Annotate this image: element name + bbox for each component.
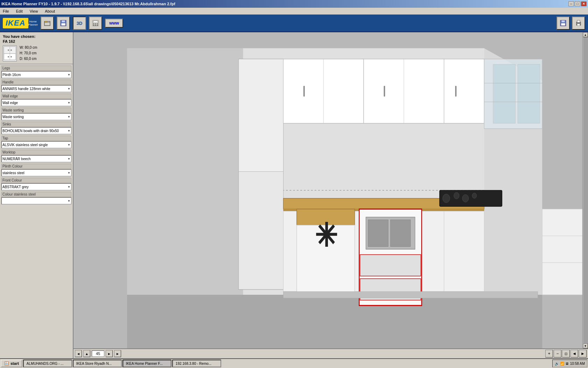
- taskbar-ikea-store[interactable]: IKEA Store Riyadh N...: [73, 360, 122, 367]
- worktop-select[interactable]: NUMERÄR beech▼: [1, 155, 71, 162]
- svg-rect-17: [577, 24, 580, 26]
- zoom-out-button[interactable]: −: [554, 350, 561, 357]
- svg-rect-71: [384, 86, 385, 97]
- pan-left-button[interactable]: ◄: [570, 350, 578, 357]
- save-right-button[interactable]: [556, 16, 570, 30]
- sinks-select[interactable]: BOHOLMEN bowls with drain 90x50▼: [1, 127, 71, 134]
- prev-view-button[interactable]: ◄: [75, 350, 82, 357]
- sinks-select-arrow: ▼: [68, 129, 70, 132]
- svg-point-6: [93, 23, 94, 25]
- svg-point-55: [462, 195, 469, 202]
- waste-sorting-select-arrow: ▼: [68, 115, 70, 118]
- worktop-select-arrow: ▼: [68, 157, 70, 161]
- front-colour-select-label: Front Colour: [1, 178, 71, 183]
- property-row-front-colour-select: Front ColourABSTRAKT grey▼: [1, 178, 71, 190]
- svg-rect-14: [561, 23, 565, 26]
- calculator-button[interactable]: [89, 16, 102, 30]
- taskbar-remote[interactable]: 192.168.3.80 - Remo...: [172, 360, 221, 367]
- colour-stainless-select[interactable]: ▼: [1, 197, 71, 204]
- start-label: start: [10, 361, 19, 366]
- kitchen-viewport[interactable]: ✳: [74, 32, 582, 348]
- svg-marker-28: [127, 48, 243, 332]
- svg-rect-51: [444, 211, 484, 292]
- print-button[interactable]: [572, 16, 585, 30]
- property-row-sinks-select: SinksBOHOLMEN bowls with drain 90x50▼: [1, 122, 71, 134]
- save-button[interactable]: [57, 16, 70, 30]
- 3d-view-button[interactable]: 3D: [73, 16, 86, 30]
- tray-icons: 🔊 📶 🖥: [555, 362, 569, 366]
- maximize-button[interactable]: □: [575, 1, 580, 6]
- system-tray: 🔊 📶 🖥 10:58 AM: [552, 360, 587, 367]
- www-button[interactable]: www: [105, 19, 123, 28]
- title-bar: IKEA Home Planner FY10 - 1.9.7 - \\192.1…: [0, 0, 588, 8]
- tap-select[interactable]: ALSVIK stainless steel single▼: [1, 141, 71, 148]
- legs-select[interactable]: Plinth 16cm▼: [1, 71, 71, 78]
- front-colour-select-arrow: ▼: [68, 185, 70, 189]
- property-row-handle-select: HandleANNARS handle 128mm white▼: [1, 80, 71, 92]
- front-colour-select[interactable]: ABSTRAKT grey▼: [1, 183, 71, 190]
- angle-input[interactable]: [92, 350, 104, 357]
- minimize-button[interactable]: ─: [568, 1, 574, 6]
- menu-edit[interactable]: Edit: [15, 8, 24, 14]
- 3d-view[interactable]: ✳ ▲ ▼: [74, 32, 588, 348]
- main-layout: You have chosen: FA 162: [0, 32, 588, 358]
- start-icon: 🪟: [4, 361, 9, 366]
- svg-rect-34: [239, 171, 284, 289]
- svg-text:✳: ✳: [315, 218, 337, 253]
- plinth-colour-select[interactable]: stainless steel▼: [1, 169, 71, 176]
- svg-rect-70: [303, 86, 305, 97]
- open-button[interactable]: [41, 16, 54, 30]
- svg-point-54: [454, 192, 459, 199]
- selected-title: You have chosen:: [3, 34, 70, 39]
- property-row-wall-edge-select: Wall edgeWall edge▼: [1, 94, 71, 106]
- property-row-waste-sorting-select: Waste sortingWaste sorting▼: [1, 108, 71, 120]
- taskbar-ikea-planner[interactable]: IKEA Home Planner F...: [122, 360, 172, 367]
- property-row-plinth-colour-select: Plinth Colourstainless steel▼: [1, 164, 71, 176]
- menu-file[interactable]: File: [1, 8, 10, 14]
- property-row-legs-select: LegsPlinth 16cm▼: [1, 66, 71, 78]
- svg-rect-60: [391, 220, 411, 246]
- close-button[interactable]: ✕: [581, 1, 587, 6]
- svg-rect-3: [61, 23, 65, 26]
- nav-up-button[interactable]: ▲: [83, 350, 90, 357]
- svg-point-24: [8, 56, 9, 57]
- taskbar-almuhands[interactable]: ALMUHANDS.ORG - ...: [23, 360, 72, 367]
- svg-point-11: [97, 25, 98, 26]
- fit-view-button[interactable]: ⊡: [562, 350, 570, 357]
- menu-about[interactable]: About: [43, 8, 56, 14]
- zoom-in-button[interactable]: +: [545, 350, 553, 357]
- tap-select-arrow: ▼: [68, 143, 70, 146]
- cabinet-preview: W: 80,0 cm H: 70,0 cm D: 60,0 cm: [3, 45, 70, 62]
- start-button[interactable]: 🪟 start: [1, 360, 22, 367]
- colour-stainless-select-arrow: ▼: [68, 199, 70, 203]
- svg-rect-59: [368, 220, 388, 246]
- pan-right-button[interactable]: ►: [579, 350, 587, 357]
- selected-info: You have chosen: FA 162: [0, 32, 73, 64]
- waste-sorting-select[interactable]: Waste sorting▼: [1, 113, 71, 120]
- logo-group: IKEA Home Planner: [3, 18, 38, 28]
- scroll-down-button[interactable]: ▼: [583, 343, 588, 348]
- scroll-up-button[interactable]: ▲: [583, 32, 588, 37]
- taskbar: 🪟 start ALMUHANDS.ORG - ... IKEA Store R…: [0, 358, 588, 368]
- svg-point-56: [472, 193, 477, 198]
- home-planner-label: Home Planner: [28, 20, 38, 26]
- wall-edge-select-arrow: ▼: [68, 101, 70, 104]
- handle-select[interactable]: ANNARS handle 128mm white▼: [1, 85, 71, 92]
- menu-view[interactable]: View: [28, 8, 40, 14]
- nav-next-button[interactable]: ►: [114, 350, 121, 357]
- title-text: IKEA Home Planner FY10 - 1.9.7 - \\192.1…: [1, 2, 175, 6]
- svg-point-53: [443, 194, 450, 203]
- properties-section: LegsPlinth 16cm▼HandleANNARS handle 128m…: [0, 64, 73, 358]
- legs-select-arrow: ▼: [68, 73, 70, 76]
- svg-rect-2: [62, 20, 65, 22]
- svg-rect-69: [283, 292, 538, 298]
- wall-edge-select-label: Wall edge: [1, 94, 71, 99]
- cabinet-icon: [3, 46, 17, 61]
- left-panel: You have chosen: FA 162: [0, 32, 74, 358]
- svg-rect-16: [577, 20, 580, 22]
- nav-apply-button[interactable]: ►: [106, 350, 113, 357]
- wall-edge-select[interactable]: Wall edge▼: [1, 99, 71, 106]
- sinks-select-label: Sinks: [1, 122, 71, 127]
- svg-point-21: [8, 49, 9, 51]
- dim-w: W: 80,0 cm: [20, 45, 37, 50]
